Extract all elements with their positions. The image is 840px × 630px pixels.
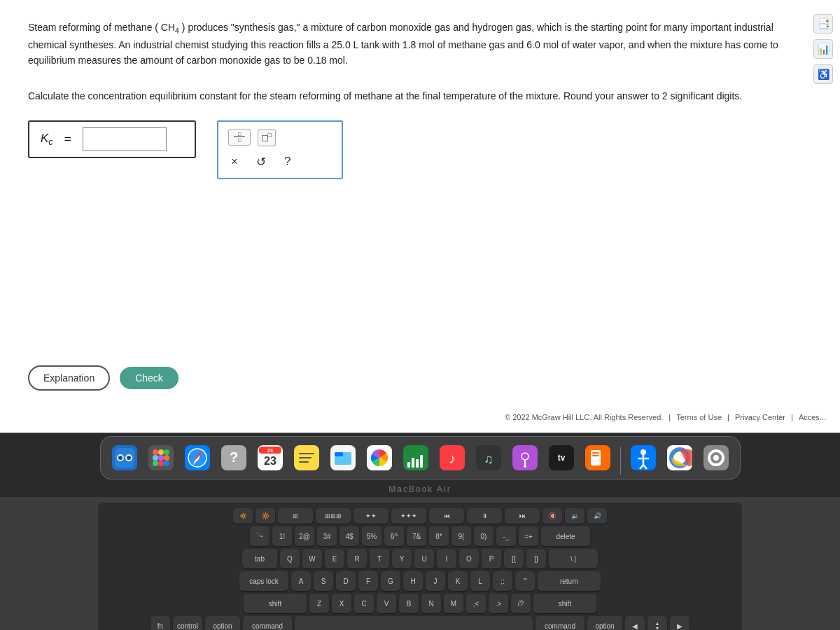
dock-item-system-prefs[interactable] [699, 441, 733, 475]
dock-item-chrome[interactable] [663, 441, 696, 475]
dock-item-accessibility[interactable] [626, 441, 660, 475]
key-k[interactable]: K [448, 571, 468, 591]
key-y[interactable]: Y [392, 549, 412, 568]
privacy-link[interactable]: Privacy Center [735, 413, 785, 421]
key-shift-left[interactable]: shift [244, 594, 307, 613]
key-7[interactable]: 7& [407, 526, 426, 546]
key-rbracket[interactable]: ]} [526, 549, 546, 568]
key-g[interactable]: G [381, 571, 400, 591]
key-5[interactable]: 5% [362, 526, 382, 546]
key-prev-track[interactable]: ⏮ [429, 508, 464, 524]
key-w[interactable]: W [302, 549, 322, 568]
key-a[interactable]: A [291, 571, 311, 591]
key-left[interactable]: ◀ [625, 616, 645, 630]
key-option-left[interactable]: option [205, 616, 240, 630]
key-q[interactable]: Q [280, 549, 300, 568]
stats-icon[interactable]: 📊 [813, 39, 833, 59]
key-8[interactable]: 8* [429, 526, 449, 546]
key-delete[interactable]: delete [541, 526, 590, 546]
dock-item-photos[interactable] [363, 441, 396, 475]
dock-item-help[interactable]: ? [217, 441, 251, 475]
key-slash[interactable]: /? [511, 594, 531, 613]
dock-item-appletv[interactable]: tv [545, 441, 578, 475]
dock-item-launchpad[interactable] [144, 441, 178, 475]
key-capslock[interactable]: caps lock [239, 571, 288, 591]
key-m[interactable]: M [444, 594, 463, 613]
dock-item-calendar[interactable]: 2323 [253, 441, 287, 475]
key-comma[interactable]: ,< [466, 594, 486, 613]
key-fn[interactable]: fn [150, 616, 170, 630]
key-mute[interactable]: 🔇 [542, 508, 562, 524]
key-o[interactable]: O [459, 549, 479, 568]
dock-item-files[interactable] [326, 441, 360, 475]
fraction-button[interactable]: □ □ [228, 129, 251, 146]
key-option-right[interactable]: option [587, 616, 622, 630]
key-vol-down[interactable]: 🔉 [565, 508, 584, 524]
key-control[interactable]: control [173, 616, 202, 630]
help-button[interactable]: ? [281, 153, 293, 170]
key-v[interactable]: V [377, 594, 396, 613]
key-b[interactable]: B [399, 594, 419, 613]
key-4[interactable]: 4$ [340, 526, 359, 546]
key-lbracket[interactable]: [{ [504, 549, 524, 568]
multiply-button[interactable]: × [228, 153, 241, 170]
key-backtick[interactable]: `~ [250, 526, 270, 546]
key-h[interactable]: H [403, 571, 423, 591]
key-r[interactable]: R [347, 549, 367, 568]
accessibility-icon[interactable]: ♿ [813, 64, 833, 84]
undo-button[interactable]: ↺ [253, 153, 269, 171]
key-command-left[interactable]: command [243, 616, 292, 630]
key-tab[interactable]: tab [242, 549, 277, 568]
key-quote[interactable]: '" [515, 571, 535, 591]
dock-item-books[interactable] [581, 441, 615, 475]
superscript-button[interactable]: □□ [258, 129, 276, 146]
dock-item-podcasts[interactable] [508, 441, 542, 475]
dock-item-safari[interactable] [181, 441, 214, 475]
key-c[interactable]: C [354, 594, 374, 613]
key-t[interactable]: T [370, 549, 389, 568]
key-vol-up[interactable]: 🔊 [587, 508, 607, 524]
key-next-track[interactable]: ⏭ [505, 508, 540, 524]
key-mission-control[interactable]: ⊞ [278, 508, 313, 524]
bookmark-icon[interactable]: 📑 [813, 14, 833, 34]
key-x[interactable]: X [332, 594, 351, 613]
key-j[interactable]: J [426, 571, 445, 591]
key-l[interactable]: L [470, 571, 490, 591]
key-u[interactable]: U [414, 549, 434, 568]
check-button[interactable]: Check [120, 367, 178, 389]
key-d[interactable]: D [336, 571, 356, 591]
key-right[interactable]: ▶ [670, 616, 690, 630]
key-e[interactable]: E [325, 549, 344, 568]
key-brightness-down[interactable]: 🔅 [233, 508, 253, 524]
dock-item-itunes[interactable]: ♫ [472, 441, 505, 475]
dock-item-notes[interactable] [290, 441, 323, 475]
kc-answer-input[interactable] [83, 127, 167, 151]
accessibility-link[interactable]: Acces... [799, 413, 826, 421]
key-f[interactable]: F [358, 571, 378, 591]
key-f5[interactable]: ✦✦ [354, 508, 388, 524]
key-9[interactable]: 9( [451, 526, 471, 546]
key-i[interactable]: I [437, 549, 456, 568]
key-shift-right[interactable]: shift [533, 594, 596, 613]
key-return[interactable]: return [538, 571, 601, 591]
key-updown[interactable]: ▲ ▼ [648, 616, 667, 630]
key-space[interactable] [295, 616, 533, 630]
key-3[interactable]: 3# [317, 526, 337, 546]
key-equals[interactable]: =+ [519, 526, 538, 546]
key-1[interactable]: 1! [272, 526, 292, 546]
key-semicolon[interactable]: ;: [493, 571, 512, 591]
key-f6[interactable]: ✦✦✦ [391, 508, 426, 524]
key-p[interactable]: P [482, 549, 501, 568]
dock-item-music[interactable]: ♪ [435, 441, 469, 475]
key-6[interactable]: 6^ [384, 526, 404, 546]
key-2[interactable]: 2@ [295, 526, 314, 546]
key-s[interactable]: S [314, 571, 333, 591]
dock-item-finder[interactable] [108, 441, 141, 475]
key-z[interactable]: Z [309, 594, 329, 613]
key-backslash[interactable]: \ | [549, 549, 598, 568]
key-play-pause[interactable]: ⏸ [467, 508, 502, 524]
key-minus[interactable]: -_ [496, 526, 516, 546]
dock-item-numbers[interactable] [399, 441, 433, 475]
key-f4[interactable]: ⊞⊞⊞ [316, 508, 351, 524]
explanation-button[interactable]: Explanation [28, 365, 110, 391]
